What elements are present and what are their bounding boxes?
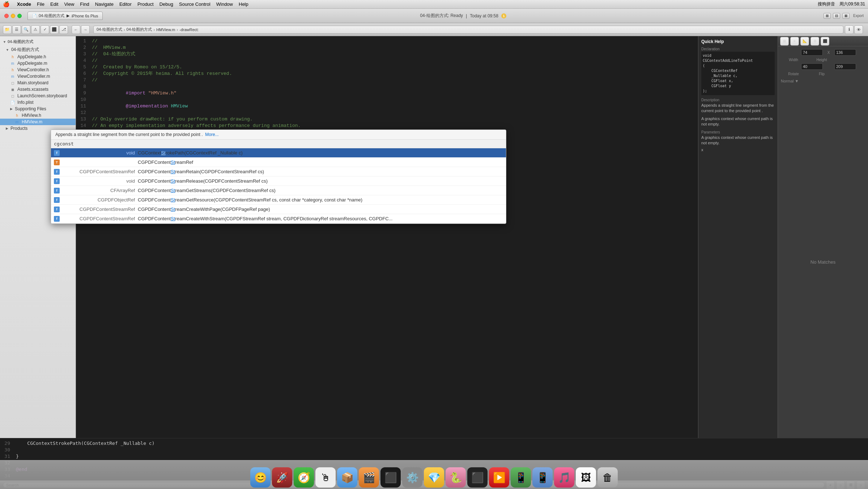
dock-app3[interactable]: 📱: [532, 467, 553, 488]
dock-photos[interactable]: 🖼: [576, 467, 596, 488]
back-btn[interactable]: ←: [72, 25, 80, 34]
warning-btn[interactable]: ⚠: [31, 25, 40, 34]
menu-editor[interactable]: Editor: [119, 1, 132, 7]
breadcrumb-bar[interactable]: 04-绘图的方式 › 04-绘图的方式 › HMView.m › -drawRe…: [93, 26, 843, 34]
autocomplete-popup[interactable]: Appends a straight line segment from the…: [51, 129, 506, 224]
code-line-1: 1 //: [76, 38, 698, 44]
editor-tab[interactable]: 📄 04-绘图的方式 ▶ iPhone 6s Plus: [27, 12, 103, 20]
inspector-btn-1[interactable]: ⊞: [780, 37, 789, 46]
code-line-14: 14 // An empty implementation adversely …: [76, 122, 698, 129]
dock-clips[interactable]: 🎬: [359, 467, 379, 488]
menu-window[interactable]: Window: [216, 1, 233, 7]
ac-6-after: reamCreateWithStream(CGPDFStreamRef stre…: [175, 216, 392, 221]
sidebar-item-9[interactable]: ▶ Supporting Files: [0, 106, 76, 112]
field-w-input[interactable]: [801, 63, 823, 70]
menu-edit[interactable]: Edit: [50, 1, 58, 7]
editor-layout-btn-3[interactable]: ⊠: [842, 13, 850, 19]
breadcrumb-part-3[interactable]: HMView.m: [156, 27, 175, 32]
inspector-btn-2[interactable]: ≡: [790, 37, 799, 46]
search-btn[interactable]: 🔍: [22, 25, 30, 34]
minimize-button[interactable]: [11, 14, 15, 18]
code-editor[interactable]: 1 // 2 // HMView.m 3 // 04-绘图的方式 4 // 5: [76, 36, 698, 438]
autocomplete-item-type[interactable]: T CGPDFContentStreamRef: [51, 158, 506, 167]
dock-app1[interactable]: 📦: [337, 467, 357, 488]
inspector-btn-5[interactable]: ⬛: [821, 37, 829, 46]
inspector-btn-4[interactable]: ⚙: [810, 37, 819, 46]
breadcrumb-sep-3: ›: [177, 27, 178, 32]
sidebar-item-8[interactable]: 📄 Info.plist: [0, 99, 76, 106]
dock-trash[interactable]: 🗑: [597, 467, 618, 488]
menu-find[interactable]: Find: [80, 1, 89, 7]
menu-xcode[interactable]: Xcode: [17, 1, 31, 7]
autocomplete-return-4: CGPDFObjectRef: [63, 197, 135, 203]
close-button[interactable]: [4, 14, 9, 18]
dock-mouse[interactable]: 🖱: [315, 467, 336, 488]
dock-app2[interactable]: 📱: [511, 467, 531, 488]
inspect-btn[interactable]: ℹ: [845, 25, 854, 34]
autocomplete-item-3[interactable]: f CFArrayRef CGPDFContentStreamGetStream…: [51, 186, 506, 195]
inspector-btn-3[interactable]: 📐: [800, 37, 809, 46]
project-name[interactable]: 04-绘图的方式: [8, 39, 33, 44]
menu-debug[interactable]: Debug: [159, 1, 173, 7]
watch-btn[interactable]: 👁: [854, 25, 863, 34]
sidebar-item-0[interactable]: ▼ 04-绘图的方式: [0, 46, 76, 54]
field-x-input[interactable]: [801, 49, 823, 56]
field-h-input[interactable]: [834, 63, 856, 70]
breadcrumb-part-2[interactable]: 04-绘图的方式: [127, 27, 152, 32]
menu-help[interactable]: Help: [239, 1, 248, 7]
field-y-input[interactable]: [834, 49, 856, 56]
menu-view[interactable]: View: [64, 1, 74, 7]
folder-btn[interactable]: 📁: [3, 25, 12, 34]
list-btn[interactable]: ☰: [12, 25, 21, 34]
menu-file[interactable]: File: [37, 1, 44, 7]
dock-settings[interactable]: ⚙️: [402, 467, 422, 488]
sidebar-item-3[interactable]: h ViewController.h: [0, 67, 76, 73]
sidebar-item-1[interactable]: h AppDelegate.h: [0, 54, 76, 60]
forward-btn[interactable]: →: [81, 25, 90, 34]
autocomplete-more-link[interactable]: More...: [205, 132, 218, 137]
dock-music[interactable]: 🎵: [554, 467, 574, 488]
menu-product[interactable]: Product: [137, 1, 154, 7]
apple-menu[interactable]: 🍎: [3, 1, 10, 8]
maximize-button[interactable]: [17, 14, 22, 18]
build-time: Today at 09:58: [470, 13, 498, 18]
sidebar-item-11[interactable]: m HMView.m: [0, 119, 76, 125]
autocomplete-item-4[interactable]: f CGPDFObjectRef CGPDFContentStreamGetRe…: [51, 195, 506, 205]
dock-term2[interactable]: ⬛: [467, 467, 488, 488]
sidebar-item-4[interactable]: m ViewController.m: [0, 73, 76, 80]
menu-source-control[interactable]: Source Control: [179, 1, 210, 7]
source-btn[interactable]: ⎇: [59, 25, 68, 34]
editor-layout-btn-2[interactable]: ⊟: [833, 13, 840, 19]
sidebar-item-7[interactable]: ◻ LaunchScreen.storyboard: [0, 93, 76, 99]
breadcrumb-part-4[interactable]: -drawRect:: [179, 27, 199, 32]
declaration-code: voidCGContextAddLineToPoint( CGContextRe…: [701, 52, 775, 95]
autocomplete-item-5[interactable]: f CGPDFContentStreamRef CGPDFContentStre…: [51, 205, 506, 214]
input-method[interactable]: 搜狗拼音: [818, 1, 835, 7]
autocomplete-item-1[interactable]: f CGPDFContentStreamRef CGPDFContentStre…: [51, 167, 506, 177]
breadcrumb-part-1[interactable]: 04-绘图的方式: [97, 27, 122, 32]
autocomplete-selected-item[interactable]: f void CGContextStrokePath(CGContextRef …: [51, 148, 506, 158]
editor-area[interactable]: 1 // 2 // HMView.m 3 // 04-绘图的方式 4 // 5: [76, 36, 698, 438]
editor-layout-btn-1[interactable]: ⊞: [824, 13, 831, 19]
header-icon-10: h: [14, 113, 20, 118]
autocomplete-item-6[interactable]: f CGPDFContentStreamRef CGPDFContentStre…: [51, 214, 506, 224]
ac-1-after: reamRetain(CGPDFContentStreamRef cs): [175, 169, 264, 174]
dock-safari[interactable]: 🧭: [294, 467, 314, 488]
menu-navigate[interactable]: Navigate: [95, 1, 114, 7]
autocomplete-item-2[interactable]: f void CGPDFContentStreamRelease(CGPDFCo…: [51, 177, 506, 186]
dock-finder[interactable]: 😊: [250, 467, 271, 488]
folder-arrow-icon: ▼: [6, 48, 9, 52]
debug-btn[interactable]: ⬛: [50, 25, 59, 34]
dock-launchpad[interactable]: 🚀: [272, 467, 292, 488]
dock-media[interactable]: ▶️: [489, 467, 509, 488]
dock-sketch[interactable]: 💎: [424, 467, 444, 488]
bottom-code-content-31: }: [13, 454, 868, 459]
sidebar-item-6[interactable]: ◼ Assets.xcassets: [0, 86, 76, 93]
sidebar-item-10[interactable]: h HMView.h: [0, 112, 76, 119]
sidebar-item-2[interactable]: m AppDelegate.m: [0, 60, 76, 67]
sidebar-item-5[interactable]: ◻ Main.storyboard: [0, 80, 76, 86]
test-btn[interactable]: ✓: [41, 25, 49, 34]
dock-terminal[interactable]: ⬛: [380, 467, 401, 488]
breadcrumb-sep-1: ›: [124, 27, 125, 32]
dock-pytools[interactable]: 🐍: [446, 467, 466, 488]
